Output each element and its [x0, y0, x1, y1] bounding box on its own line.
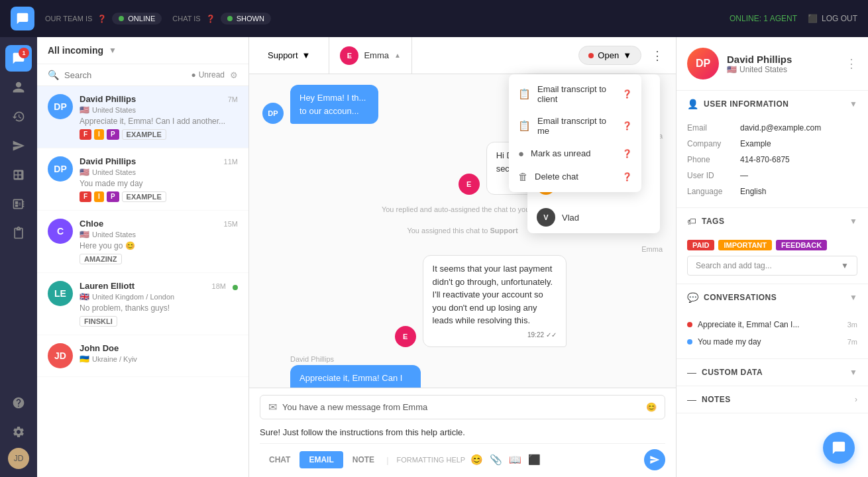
- chat-info: David Phillips 7M 🇺🇸United States Apprec…: [80, 94, 238, 140]
- sidebar-item-docs[interactable]: [5, 220, 32, 246]
- custom-data-toggle[interactable]: — CUSTOM DATA ▼: [677, 359, 868, 386]
- gif-icon[interactable]: ⬛: [528, 454, 541, 466]
- conv-status-dot: [687, 322, 692, 327]
- chat-info: Chloe 15M 🇺🇸United States Here you go 😊 …: [80, 219, 238, 264]
- context-email-me[interactable]: 📋 Email transcript to me ❓: [509, 110, 641, 142]
- context-email-client[interactable]: 📋 Email transcript to client ❓: [509, 78, 641, 110]
- input-notification: ✉ You have a new message from Emma 😊: [260, 395, 665, 419]
- logout-icon: ⬛: [808, 14, 818, 23]
- sidebar-item-history[interactable]: [5, 103, 32, 130]
- conversation-item[interactable]: You made my day 7m: [687, 333, 857, 350]
- filter-chevron-icon: ▼: [109, 46, 117, 55]
- tag-important: IMPORTANT: [718, 240, 772, 250]
- tags-content: PAID IMPORTANT FEEDBACK Search and add t…: [677, 235, 868, 284]
- search-icon: 🔍: [48, 70, 59, 80]
- tag-feedback: FEEDBACK: [776, 240, 827, 250]
- email-tab-button[interactable]: EMAIL: [299, 451, 343, 468]
- user-info-toggle[interactable]: 👤 USER INFORMATION ▼: [677, 91, 868, 117]
- user-avatar: DP: [687, 48, 719, 80]
- online-indicator: [233, 285, 238, 290]
- agent-chevron-icon: ▲: [394, 52, 401, 59]
- chat-list-header: All incoming ▼: [37, 37, 248, 64]
- chat-item[interactable]: C Chloe 15M 🇺🇸United States Here you go …: [37, 211, 248, 273]
- search-input[interactable]: [64, 70, 186, 80]
- sidebar-item-analytics[interactable]: [5, 191, 32, 217]
- article-icon[interactable]: 📖: [509, 454, 521, 466]
- sidebar-item-chat[interactable]: 1: [5, 45, 32, 72]
- chat-status-dot: [227, 16, 233, 21]
- chat-info: Lauren Elliott 18M 🇬🇧United Kingdom / Lo…: [80, 281, 226, 327]
- message-bubble: Hey Emma! I th... to our accoun...: [290, 85, 378, 124]
- right-panel: DP David Phillips 🇺🇸 United States ⋮ 👤 U…: [676, 37, 868, 477]
- tags-toggle[interactable]: 🏷 TAGS ▼: [677, 208, 868, 235]
- dropdown-vlad[interactable]: V Vlad: [527, 201, 660, 233]
- notes-toggle[interactable]: — NOTES ›: [677, 386, 868, 413]
- sidebar-item-help[interactable]: [5, 390, 32, 416]
- unread-toggle[interactable]: ● Unread: [191, 70, 225, 80]
- agent-selector[interactable]: E Emma ▲: [329, 37, 411, 74]
- user-avatar[interactable]: JD: [8, 448, 29, 469]
- notes-icon: —: [687, 394, 696, 405]
- delete-chat-icon: 🗑: [518, 171, 528, 182]
- main-chat: Support ▼ E Emma ▲ Open ▼ ⋮: [249, 37, 676, 477]
- chat-status: CHAT IS ❓ SHOWN: [172, 13, 271, 25]
- chat-item[interactable]: DP David Phillips 7M 🇺🇸United States App…: [37, 86, 248, 148]
- custom-data-chevron-icon: ▼: [849, 368, 857, 377]
- user-more-icon[interactable]: ⋮: [845, 56, 857, 71]
- team-online-pill[interactable]: ONLINE: [112, 13, 162, 25]
- conversations-toggle[interactable]: 💬 CONVERSATIONS ▼: [677, 284, 868, 311]
- search-bar: 🔍 ● Unread ⚙: [37, 64, 248, 86]
- chat-item[interactable]: LE Lauren Elliott 18M 🇬🇧United Kingdom /…: [37, 273, 248, 335]
- sidebar-item-contacts[interactable]: [5, 74, 32, 101]
- main-layout: 1 JD: [0, 0, 868, 477]
- emoji-icon[interactable]: 😊: [646, 402, 657, 412]
- user-info-icon: 👤: [687, 99, 698, 109]
- conversation-item[interactable]: Appreciate it, Emma! Can I... 3m: [687, 316, 857, 333]
- status-chevron-icon: ▼: [623, 50, 631, 60]
- email-transcript-icon: 📋: [518, 88, 531, 100]
- emoji-picker-icon[interactable]: 😊: [470, 454, 483, 466]
- chat-badge: 1: [19, 48, 29, 58]
- sidebar-bottom: JD: [5, 390, 32, 469]
- sidebar-item-layout[interactable]: [5, 162, 32, 188]
- chat-filter[interactable]: All incoming ▼: [48, 45, 117, 56]
- avatar: DP: [48, 94, 73, 119]
- chat-tags: AMAZINZ: [80, 254, 238, 264]
- notes-expand-icon[interactable]: ›: [855, 395, 857, 404]
- formatting-help[interactable]: FORMATTING HELP: [397, 456, 466, 464]
- agent-avatar: E: [340, 46, 358, 65]
- note-tab-button[interactable]: NOTE: [343, 451, 384, 468]
- message-row: Emma It seems that your last payment did…: [262, 245, 663, 347]
- attachment-icon[interactable]: 📎: [490, 454, 502, 466]
- tags-section: 🏷 TAGS ▼ PAID IMPORTANT FEEDBACK Search …: [677, 208, 868, 284]
- sidebar-item-send[interactable]: [5, 132, 32, 159]
- settings-icon[interactable]: ⚙: [230, 70, 238, 80]
- mark-unread-icon: ●: [518, 148, 524, 159]
- tag-search[interactable]: Search and add tag... ▼: [687, 256, 857, 276]
- sidebar-item-settings[interactable]: [5, 419, 32, 445]
- team-selector[interactable]: Support ▼: [249, 37, 329, 74]
- field-row: User ID —: [687, 168, 857, 184]
- chat-tags: F I P EXAMPLE: [80, 129, 238, 140]
- chat-info: John Doe 🇺🇦Ukraine / Kyiv: [80, 343, 238, 368]
- send-button[interactable]: [644, 449, 665, 470]
- chat-item[interactable]: DP David Phillips 11M 🇺🇸United States Yo…: [37, 148, 248, 211]
- input-actions: CHAT EMAIL NOTE | FORMATTING HELP 😊 📎 📖 …: [260, 443, 665, 470]
- chat-tab-button[interactable]: CHAT: [260, 451, 299, 468]
- user-info-fields: Email david.p@example.com Company Exampl…: [677, 117, 868, 207]
- user-info-chevron-icon: ▼: [849, 99, 857, 109]
- context-mark-unread[interactable]: ● Mark as unread ❓: [509, 142, 641, 165]
- message-input[interactable]: Sure! Just follow the instructions from …: [260, 425, 665, 441]
- floating-chat-button[interactable]: [823, 432, 855, 464]
- context-delete-chat[interactable]: 🗑 Delete chat ❓: [509, 165, 641, 188]
- chat-item[interactable]: JD John Doe 🇺🇦Ukraine / Kyiv: [37, 335, 248, 377]
- team-dropdown-button[interactable]: Support ▼: [260, 46, 318, 64]
- chat-shown-pill[interactable]: SHOWN: [221, 13, 271, 25]
- chat-info: David Phillips 11M 🇺🇸United States You m…: [80, 156, 238, 202]
- more-options-button[interactable]: ⋮: [647, 45, 668, 66]
- online-count: ONLINE: 1 AGENT: [730, 14, 797, 23]
- tag-paid: PAID: [687, 240, 714, 250]
- logout-button[interactable]: ⬛ LOG OUT: [808, 14, 857, 23]
- status-button[interactable]: Open ▼: [578, 46, 641, 65]
- agent-vlad-avatar: V: [537, 208, 555, 227]
